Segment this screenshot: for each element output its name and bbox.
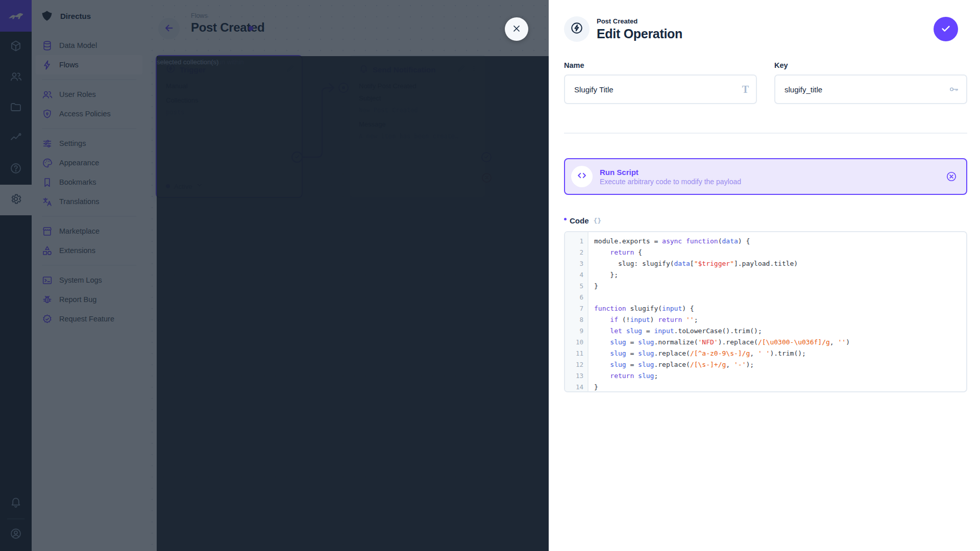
code-field-header: Code {}: [564, 216, 967, 225]
drawer-scrim[interactable]: [0, 0, 549, 551]
bolt-circle-icon: [570, 21, 583, 37]
field-grid: Name T Key: [564, 61, 967, 104]
key-icon: [948, 84, 959, 95]
code-field-label: Code: [570, 216, 589, 225]
section-divider: [564, 133, 967, 134]
edit-operation-drawer: Post Created Edit Operation Name T Key: [549, 0, 980, 551]
drawer-title: Edit Operation: [597, 27, 682, 41]
operation-icon-circle: [564, 16, 590, 42]
drawer-header: Post Created Edit Operation: [564, 0, 967, 42]
key-field-label: Key: [774, 61, 967, 69]
name-field-label: Name: [564, 61, 757, 69]
drawer-context: Post Created: [597, 17, 682, 25]
close-icon: [511, 23, 522, 35]
banner-title: Run Script: [600, 168, 939, 177]
title-format-icon: T: [742, 84, 749, 95]
code-editor: 1234567891011121314 module.exports = asy…: [564, 231, 967, 392]
key-input[interactable]: [774, 74, 967, 104]
check-icon: [940, 23, 951, 36]
line-numbers: 1234567891011121314: [565, 232, 589, 391]
braces-icon: {}: [594, 217, 602, 224]
save-button[interactable]: [934, 17, 958, 41]
code-brackets-icon: [576, 170, 587, 183]
required-dot: [564, 218, 567, 220]
code-input[interactable]: module.exports = async function(data) { …: [589, 232, 966, 391]
deselect-operation-icon[interactable]: [946, 171, 957, 182]
banner-subtitle: Execute arbitrary code to modify the pay…: [600, 178, 939, 186]
name-input[interactable]: [564, 74, 757, 104]
drawer-close-button[interactable]: [505, 17, 528, 41]
operation-type-banner[interactable]: Run Script Execute arbitrary code to mod…: [564, 158, 967, 195]
code-icon-circle: [571, 166, 593, 187]
directus-flow-editor: Directus Data ModelFlowsUser RolesAccess…: [0, 0, 980, 551]
